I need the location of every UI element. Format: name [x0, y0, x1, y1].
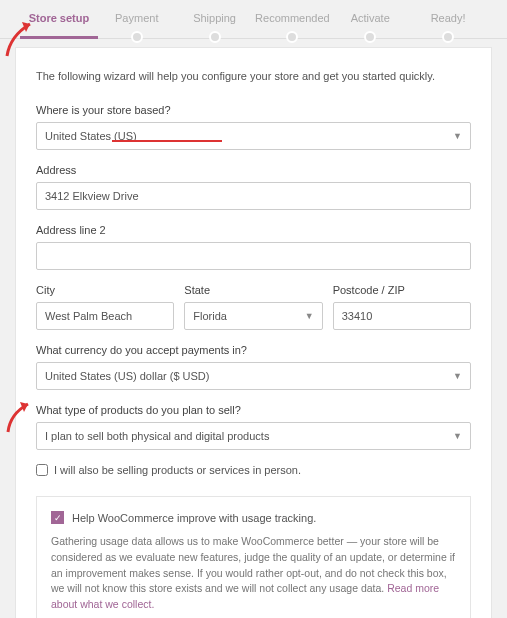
- product-type-select[interactable]: I plan to sell both physical and digital…: [36, 422, 471, 450]
- state-label: State: [184, 284, 322, 296]
- city-input[interactable]: [36, 302, 174, 330]
- product-type-value: I plan to sell both physical and digital…: [45, 430, 269, 442]
- currency-label: What currency do you accept payments in?: [36, 344, 471, 356]
- currency-select[interactable]: United States (US) dollar ($ USD) ▼: [36, 362, 471, 390]
- in-person-checkbox[interactable]: [36, 464, 48, 476]
- chevron-down-icon: ▼: [305, 311, 314, 321]
- chevron-down-icon: ▼: [453, 131, 462, 141]
- state-select[interactable]: Florida ▼: [184, 302, 322, 330]
- setup-panel: The following wizard will help you confi…: [15, 47, 492, 618]
- address2-input[interactable]: [36, 242, 471, 270]
- tracking-body: Gathering usage data allows us to make W…: [51, 534, 456, 613]
- intro-text: The following wizard will help you confi…: [36, 70, 471, 82]
- annotation-underline: [112, 140, 222, 142]
- step-shipping[interactable]: Shipping: [176, 12, 254, 38]
- in-person-label: I will also be selling products or servi…: [54, 464, 301, 476]
- step-activate[interactable]: Activate: [331, 12, 409, 38]
- step-recommended[interactable]: Recommended: [253, 12, 331, 38]
- currency-value: United States (US) dollar ($ USD): [45, 370, 209, 382]
- postcode-input[interactable]: [333, 302, 471, 330]
- address-label: Address: [36, 164, 471, 176]
- chevron-down-icon: ▼: [453, 371, 462, 381]
- country-select[interactable]: United States (US) ▼: [36, 122, 471, 150]
- annotation-arrow-1: [2, 18, 42, 58]
- chevron-down-icon: ▼: [453, 431, 462, 441]
- tracking-head-label: Help WooCommerce improve with usage trac…: [72, 512, 316, 524]
- product-type-label: What type of products do you plan to sel…: [36, 404, 471, 416]
- store-based-label: Where is your store based?: [36, 104, 471, 116]
- tracking-checkbox[interactable]: ✓: [51, 511, 64, 524]
- city-label: City: [36, 284, 174, 296]
- state-value: Florida: [193, 310, 227, 322]
- tracking-box: ✓ Help WooCommerce improve with usage tr…: [36, 496, 471, 618]
- step-payment[interactable]: Payment: [98, 12, 176, 38]
- step-ready-[interactable]: Ready!: [409, 12, 487, 38]
- annotation-arrow-2: [4, 398, 40, 434]
- address-input[interactable]: [36, 182, 471, 210]
- wizard-steps: Store setupPaymentShippingRecommendedAct…: [0, 0, 507, 39]
- address2-label: Address line 2: [36, 224, 471, 236]
- postcode-label: Postcode / ZIP: [333, 284, 471, 296]
